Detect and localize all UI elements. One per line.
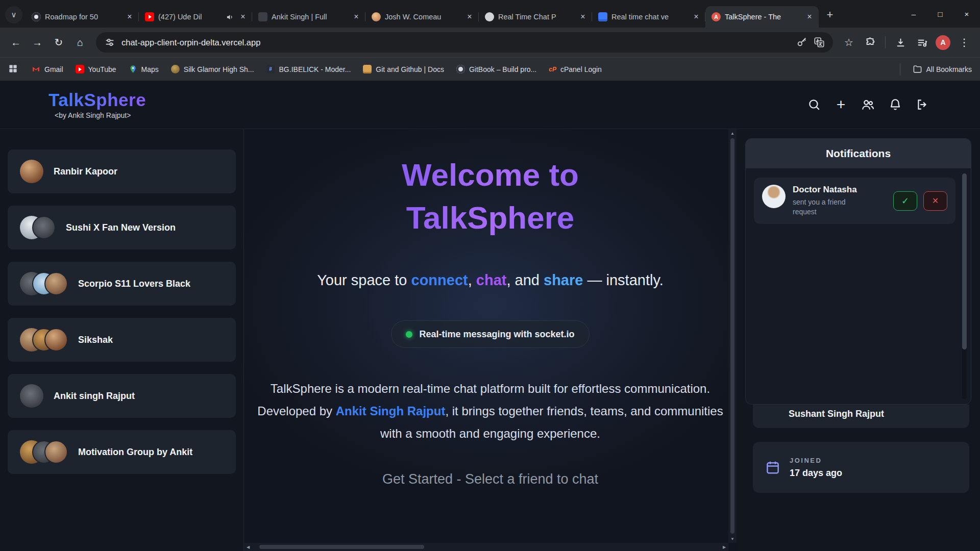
bookmark-gmail[interactable]: Gmail bbox=[32, 65, 63, 73]
chat-item-sikshak[interactable]: Sikshak bbox=[8, 318, 236, 362]
tab-audio-icon[interactable] bbox=[226, 13, 234, 21]
tab-josh-comeau[interactable]: Josh W. Comeau × bbox=[365, 6, 479, 28]
bookmark-ibelick[interactable]: # BG.IBELICK - Moder... bbox=[266, 65, 351, 73]
tab-talksphere-active[interactable]: A TalkSphere - The × bbox=[705, 6, 819, 28]
tab-search-button[interactable]: ∨ bbox=[5, 6, 22, 23]
developer-link[interactable]: Ankit Singh Rajput bbox=[336, 404, 446, 418]
search-icon[interactable] bbox=[807, 98, 821, 112]
panel-scrollbar[interactable] bbox=[962, 173, 967, 399]
chat-name: Scorpio S11 Lovers Black bbox=[78, 279, 190, 289]
bookmark-youtube[interactable]: YouTube bbox=[76, 65, 116, 73]
chat-name: Sushi X Fan New Version bbox=[66, 222, 176, 233]
translate-icon[interactable] bbox=[814, 37, 825, 48]
tab-close-icon[interactable]: × bbox=[804, 12, 815, 22]
bookmark-label: GitBook – Build pro... bbox=[469, 65, 536, 73]
reload-button[interactable]: ↻ bbox=[49, 33, 68, 52]
profile-avatar[interactable]: A bbox=[936, 35, 950, 50]
bookmark-star-icon[interactable]: ☆ bbox=[839, 33, 859, 52]
tab-realtime-chat[interactable]: Real Time Chat P × bbox=[479, 6, 592, 28]
minimize-button[interactable]: – bbox=[900, 0, 927, 28]
tab-ankit-portfolio[interactable]: Ankit Singh | Full × bbox=[252, 6, 365, 28]
home-button[interactable]: ⌂ bbox=[70, 33, 90, 52]
tab-title: Roadmap for 50 bbox=[45, 13, 120, 21]
folder-icon bbox=[913, 64, 922, 74]
get-started-hint: Get Started - Select a friend to chat bbox=[382, 471, 598, 487]
app-tagline: <by Ankit Singh Rajput> bbox=[55, 111, 146, 119]
bookmark-git-docs[interactable]: Git and Github | Docs bbox=[363, 65, 444, 73]
bookmarks-bar: Gmail YouTube Maps Silk Glamor High Sh..… bbox=[0, 57, 980, 81]
all-bookmarks-label: All Bookmarks bbox=[926, 65, 972, 73]
bookmark-cpanel[interactable]: cP cPanel Login bbox=[549, 65, 602, 73]
tab-favicon bbox=[32, 12, 41, 21]
friends-icon[interactable] bbox=[861, 98, 875, 112]
welcome-panel: Welcome to TalkSphere Your space to conn… bbox=[244, 129, 737, 551]
close-window-button[interactable]: × bbox=[953, 0, 980, 28]
accept-request-button[interactable]: ✓ bbox=[893, 191, 917, 211]
tab-close-icon[interactable]: × bbox=[238, 12, 248, 22]
bookmark-label: Maps bbox=[141, 65, 159, 73]
tab-close-icon[interactable]: × bbox=[464, 12, 475, 22]
logout-icon[interactable] bbox=[915, 98, 929, 112]
scroll-right-icon[interactable]: ▶ bbox=[720, 543, 728, 551]
site-info-icon[interactable] bbox=[104, 37, 115, 48]
all-bookmarks-button[interactable]: All Bookmarks bbox=[913, 64, 972, 74]
maps-pin-icon bbox=[129, 65, 137, 73]
chat-item-ranbir[interactable]: Ranbir Kapoor bbox=[8, 149, 236, 193]
chat-item-sushi[interactable]: Sushi X Fan New Version bbox=[8, 206, 236, 249]
menu-kebab-icon[interactable]: ⋮ bbox=[954, 33, 974, 52]
app-header: TalkSphere <by Ankit Singh Rajput> + bbox=[0, 81, 980, 129]
decline-request-button[interactable]: ✕ bbox=[923, 191, 947, 211]
hash-icon: # bbox=[266, 65, 275, 73]
password-key-icon[interactable] bbox=[796, 37, 807, 48]
address-bar[interactable]: chat-app-client-orpin-delta.vercel.app bbox=[96, 32, 833, 53]
tab-close-icon[interactable]: × bbox=[578, 12, 588, 22]
profile-card[interactable]: Sushant Singh Rajput bbox=[753, 405, 969, 428]
notification-actions: ✓ ✕ bbox=[893, 191, 947, 211]
badge-label: Real-time messaging with socket.io bbox=[419, 329, 574, 340]
scrollbar-thumb[interactable] bbox=[259, 545, 424, 549]
tab-close-icon[interactable]: × bbox=[691, 12, 701, 22]
new-tab-button[interactable]: + bbox=[822, 7, 838, 23]
scrollbar-thumb[interactable] bbox=[962, 173, 967, 349]
apps-grid-icon[interactable] bbox=[8, 64, 19, 75]
notification-message: sent you a friend request bbox=[793, 197, 859, 217]
chat-item-ankit[interactable]: Ankit singh Rajput bbox=[8, 374, 236, 418]
media-queue-icon[interactable] bbox=[912, 33, 932, 52]
back-button[interactable]: ← bbox=[6, 33, 26, 52]
bookmark-silk-glamor[interactable]: Silk Glamor High Sh... bbox=[171, 65, 254, 73]
extensions-icon[interactable] bbox=[861, 33, 880, 52]
maximize-button[interactable]: □ bbox=[927, 0, 953, 28]
bookmark-maps[interactable]: Maps bbox=[129, 65, 159, 73]
scroll-down-icon[interactable]: ▼ bbox=[728, 535, 737, 543]
horizontal-scrollbar[interactable]: ◀ ▶ bbox=[244, 543, 728, 551]
downloads-icon[interactable] bbox=[891, 33, 910, 52]
vertical-scrollbar[interactable]: ▲ ▼ bbox=[728, 129, 737, 543]
chat-sidebar: Ranbir Kapoor Sushi X Fan New Version Sc… bbox=[0, 129, 244, 551]
chat-item-scorpio[interactable]: Scorpio S11 Lovers Black bbox=[8, 262, 236, 306]
tab-close-icon[interactable]: × bbox=[125, 12, 135, 22]
scroll-up-icon[interactable]: ▲ bbox=[728, 129, 737, 137]
tab-title: (427) Ude Dil bbox=[158, 13, 222, 21]
notification-item[interactable]: Doctor Natasha sent you a friend request… bbox=[754, 178, 955, 224]
scrollbar-thumb[interactable] bbox=[730, 138, 734, 534]
bookmark-label: cPanel Login bbox=[560, 65, 602, 73]
bookmark-gitbook[interactable]: GitBook – Build pro... bbox=[456, 65, 536, 73]
chat-item-motivation[interactable]: Motivation Group by Ankit bbox=[8, 430, 236, 474]
add-friend-icon[interactable]: + bbox=[834, 98, 848, 112]
url-text[interactable]: chat-app-client-orpin-delta.vercel.app bbox=[121, 38, 790, 47]
tab-realtime-chat-docs[interactable]: Real time chat ve × bbox=[592, 6, 705, 28]
avatar bbox=[20, 384, 43, 408]
tab-close-icon[interactable]: × bbox=[351, 12, 361, 22]
logo-block[interactable]: TalkSphere <by Ankit Singh Rajput> bbox=[48, 90, 146, 119]
tab-title: Real time chat ve bbox=[611, 13, 687, 21]
hero-title: Welcome to TalkSphere bbox=[402, 154, 579, 239]
forward-button[interactable]: → bbox=[28, 33, 47, 52]
tab-youtube[interactable]: (427) Ude Dil × bbox=[139, 6, 252, 28]
talksphere-app: TalkSphere <by Ankit Singh Rajput> + Ran… bbox=[0, 81, 980, 551]
tab-title: Real Time Chat P bbox=[498, 13, 574, 21]
tab-title: Ankit Singh | Full bbox=[272, 13, 347, 21]
scroll-left-icon[interactable]: ◀ bbox=[244, 543, 252, 551]
tab-roadmap[interactable]: Roadmap for 50 × bbox=[26, 6, 139, 28]
notifications-bell-icon[interactable] bbox=[888, 98, 902, 112]
youtube-favicon bbox=[145, 12, 154, 21]
